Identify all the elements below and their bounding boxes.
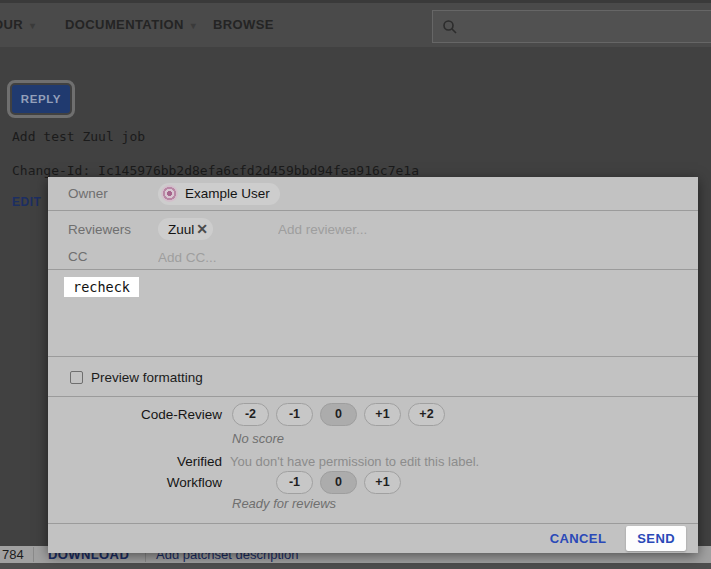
workflow-buttons: -1 0 +1: [276, 471, 401, 494]
reply-message-textarea[interactable]: recheck: [64, 277, 139, 297]
owner-row: Owner Example User: [48, 177, 698, 211]
reviewer-chip-zuul: Zuul ✕: [158, 218, 213, 240]
code-review-row: Code-Review -2 -1 0 +1 +2: [48, 402, 698, 426]
owner-chip: Example User: [158, 183, 280, 205]
commit-change-id: Change-Id: Ic145976bb2d8efa6cfd2d459bbd9…: [12, 163, 419, 178]
nav-menu-documentation-label: DOCUMENTATION: [65, 17, 184, 32]
nav-menu-your-label: OUR: [0, 17, 23, 32]
score-button[interactable]: -1: [276, 403, 313, 426]
reply-button[interactable]: REPLY: [12, 85, 70, 113]
preview-formatting-row: Preview formatting: [48, 358, 698, 397]
workflow-label: Workflow: [48, 475, 222, 490]
score-button[interactable]: +1: [364, 403, 401, 426]
search-box[interactable]: [432, 10, 711, 43]
add-reviewer-input[interactable]: [278, 218, 478, 240]
score-button[interactable]: -1: [276, 471, 313, 494]
reviewer-name: Zuul: [168, 222, 194, 237]
score-button[interactable]: +2: [408, 403, 445, 426]
search-input[interactable]: [466, 11, 711, 42]
code-review-buttons: -2 -1 0 +1 +2: [232, 403, 445, 426]
reply-dialog: Owner Example User Reviewers Zuul ✕ CC r…: [48, 177, 698, 553]
preview-formatting-checkbox[interactable]: [70, 371, 83, 384]
cancel-button[interactable]: CANCEL: [550, 531, 607, 546]
nav-menu-browse-label: BROWSE: [213, 17, 274, 32]
nav-menu-browse[interactable]: BROWSE: [213, 17, 274, 32]
patchset-number[interactable]: 784: [2, 547, 24, 562]
reviewers-label: Reviewers: [68, 222, 131, 237]
cc-label: CC: [68, 249, 88, 264]
reviewers-section: Reviewers Zuul ✕ CC: [48, 212, 698, 270]
verified-row: Verified You don't have permission to ed…: [48, 453, 698, 469]
avatar: [161, 185, 178, 202]
score-button[interactable]: +1: [364, 471, 401, 494]
verified-label: Verified: [48, 454, 222, 469]
workflow-row: Workflow -1 0 +1: [48, 470, 698, 494]
score-button-selected[interactable]: 0: [320, 471, 357, 494]
send-button[interactable]: SEND: [626, 526, 686, 551]
commit-message-subject: Add test Zuul job: [12, 129, 145, 144]
score-button[interactable]: -2: [232, 403, 269, 426]
workflow-status: Ready for reviews: [232, 496, 336, 511]
dialog-footer: CANCEL SEND: [48, 523, 698, 553]
top-nav-bar: OUR ▾ DOCUMENTATION ▾ BROWSE: [0, 0, 711, 47]
verified-permission-text: You don't have permission to edit this l…: [230, 454, 479, 469]
search-icon: [442, 19, 458, 35]
labels-section: Code-Review -2 -1 0 +1 +2 No score Verif…: [48, 398, 698, 523]
add-cc-input[interactable]: [158, 246, 358, 268]
preview-formatting-label: Preview formatting: [91, 370, 203, 385]
owner-name: Example User: [185, 186, 270, 201]
owner-label: Owner: [68, 186, 108, 201]
message-section: recheck: [48, 271, 698, 357]
nav-menu-your[interactable]: OUR ▾: [0, 17, 36, 32]
page-bottom-strip: [0, 563, 711, 569]
chevron-down-icon: ▾: [30, 20, 35, 31]
nav-menu-documentation[interactable]: DOCUMENTATION ▾: [65, 17, 196, 32]
remove-reviewer-icon[interactable]: ✕: [196, 221, 208, 237]
divider: [33, 547, 34, 562]
score-button-selected[interactable]: 0: [320, 403, 357, 426]
code-review-label: Code-Review: [48, 407, 222, 422]
edit-link[interactable]: EDIT: [12, 195, 41, 209]
cc-row: CC: [48, 245, 698, 267]
gerrit-screen: OUR ▾ DOCUMENTATION ▾ BROWSE REPLY Add t…: [0, 0, 711, 569]
chevron-down-icon: ▾: [191, 20, 196, 31]
code-review-status: No score: [232, 431, 284, 446]
